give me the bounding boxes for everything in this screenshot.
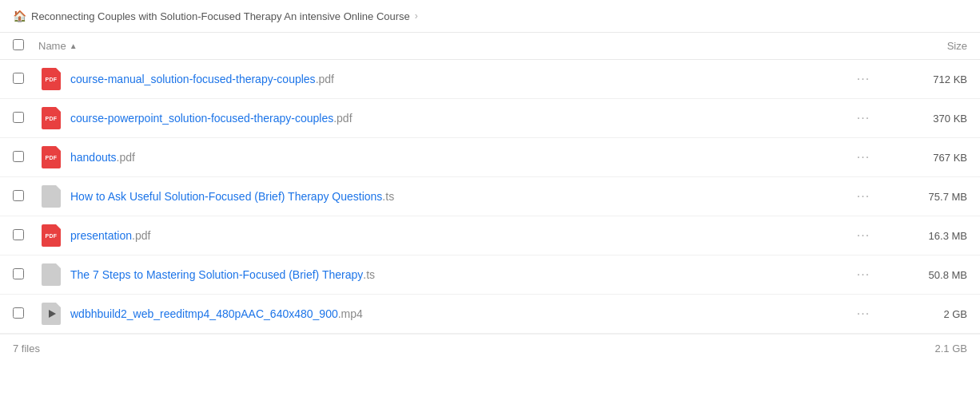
more-button[interactable]: ···: [852, 188, 874, 205]
select-all-checkbox[interactable]: [13, 39, 24, 50]
row-checkbox[interactable]: [13, 268, 24, 279]
row-actions: ···: [839, 266, 887, 283]
file-size: 712 KB: [887, 73, 967, 85]
table-row: course-powerpoint_solution-focused-thera…: [0, 99, 980, 138]
row-checkbox[interactable]: [13, 229, 24, 240]
file-name-link[interactable]: presentation: [70, 229, 132, 242]
row-checkbox-col: [13, 229, 38, 243]
file-name-cell: The 7 Steps to Mastering Solution-Focuse…: [64, 268, 839, 281]
row-actions: ···: [839, 227, 887, 244]
table-row: wdbhbuild2_web_reeditmp4_480pAAC_640x480…: [0, 295, 980, 334]
file-name-link[interactable]: handouts: [70, 151, 117, 164]
row-checkbox[interactable]: [13, 151, 24, 162]
file-icon: [42, 185, 61, 208]
file-name-cell: course-powerpoint_solution-focused-thera…: [64, 112, 839, 125]
file-name-cell: presentation.pdf: [64, 229, 839, 242]
table-row: course-manual_solution-focused-therapy-c…: [0, 60, 980, 99]
row-actions: ···: [839, 70, 887, 88]
table-row: handouts.pdf···767 KB: [0, 138, 980, 177]
name-label: Name: [38, 40, 66, 52]
file-icon: [42, 263, 61, 286]
row-checkbox-col: [13, 112, 38, 125]
file-name-link[interactable]: course-powerpoint_solution-focused-thera…: [70, 112, 333, 125]
file-extension: .pdf: [333, 112, 352, 125]
header-checkbox-col: [13, 39, 38, 53]
file-list-header: Name ▲ Size: [0, 33, 980, 60]
file-size: 16.3 MB: [887, 230, 967, 242]
video-icon: [42, 303, 61, 325]
file-extension: .ts: [363, 268, 375, 281]
file-name-link[interactable]: wdbhbuild2_web_reeditmp4_480pAAC_640x480…: [70, 307, 338, 320]
file-name-cell: wdbhbuild2_web_reeditmp4_480pAAC_640x480…: [64, 307, 839, 320]
file-name-link[interactable]: course-manual_solution-focused-therapy-c…: [70, 73, 316, 85]
pdf-icon: [42, 224, 61, 247]
breadcrumb-chevron: ›: [415, 10, 418, 22]
file-name-cell: course-manual_solution-focused-therapy-c…: [64, 73, 839, 85]
file-rows-container: course-manual_solution-focused-therapy-c…: [0, 60, 980, 334]
file-list-footer: 7 files 2.1 GB: [0, 334, 980, 362]
file-extension: .pdf: [316, 73, 334, 85]
size-column-header: Size: [887, 40, 967, 52]
total-size: 2.1 GB: [935, 343, 967, 354]
file-list: Name ▲ Size course-manual_solution-focus…: [0, 33, 980, 362]
more-button[interactable]: ···: [852, 227, 874, 244]
file-extension: .pdf: [132, 229, 150, 242]
name-column-header[interactable]: Name ▲: [38, 40, 839, 52]
row-actions: ···: [839, 188, 887, 205]
file-size: 370 KB: [887, 113, 967, 125]
row-checkbox-col: [13, 307, 38, 321]
row-checkbox[interactable]: [13, 307, 24, 319]
sort-arrow-icon: ▲: [70, 42, 78, 50]
file-size: 50.8 MB: [887, 269, 967, 281]
home-icon: 🏠: [13, 10, 26, 22]
row-checkbox[interactable]: [13, 73, 24, 84]
row-checkbox-col: [13, 268, 38, 282]
row-actions: ···: [839, 305, 887, 323]
more-button[interactable]: ···: [852, 70, 874, 88]
file-count: 7 files: [13, 343, 40, 354]
file-size: 75.7 MB: [887, 191, 967, 203]
file-size: 2 GB: [887, 308, 967, 320]
pdf-icon: [42, 68, 61, 90]
play-triangle-icon: [49, 310, 56, 318]
file-name-link[interactable]: The 7 Steps to Mastering Solution-Focuse…: [70, 268, 363, 281]
more-button[interactable]: ···: [852, 305, 874, 323]
pdf-icon: [42, 146, 61, 168]
file-name-cell: How to Ask Useful Solution-Focused (Brie…: [64, 190, 839, 203]
row-checkbox-col: [13, 190, 38, 204]
file-extension: .ts: [382, 190, 394, 203]
row-checkbox-col: [13, 151, 38, 164]
more-button[interactable]: ···: [852, 109, 874, 127]
breadcrumb-text: Reconnecting Couples with Solution-Focus…: [31, 10, 410, 22]
table-row: How to Ask Useful Solution-Focused (Brie…: [0, 177, 980, 216]
more-button[interactable]: ···: [852, 149, 874, 166]
file-extension: .mp4: [338, 307, 363, 320]
more-button[interactable]: ···: [852, 266, 874, 283]
file-size: 767 KB: [887, 152, 967, 164]
pdf-icon: [42, 107, 61, 129]
row-checkbox[interactable]: [13, 190, 24, 201]
table-row: The 7 Steps to Mastering Solution-Focuse…: [0, 255, 980, 295]
row-checkbox-col: [13, 73, 38, 86]
row-actions: ···: [839, 149, 887, 166]
table-row: presentation.pdf···16.3 MB: [0, 216, 980, 255]
file-name-link[interactable]: How to Ask Useful Solution-Focused (Brie…: [70, 190, 382, 203]
breadcrumb: 🏠 Reconnecting Couples with Solution-Foc…: [0, 0, 980, 33]
row-checkbox[interactable]: [13, 112, 24, 123]
file-extension: .pdf: [117, 151, 135, 164]
row-actions: ···: [839, 109, 887, 127]
file-name-cell: handouts.pdf: [64, 151, 839, 164]
